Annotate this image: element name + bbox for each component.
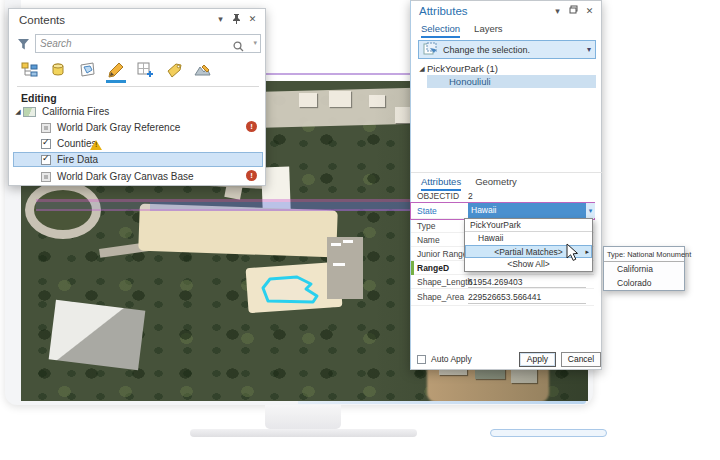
contents-toolbar: [19, 59, 213, 81]
close-icon[interactable]: ✕: [246, 13, 259, 27]
error-badge-icon[interactable]: !: [246, 170, 257, 181]
tab-layers[interactable]: Layers: [474, 23, 503, 38]
apply-button[interactable]: Apply: [519, 352, 556, 367]
field-label: State: [417, 206, 437, 216]
field-row-shape-length[interactable]: Shape_Length 61954.269403: [411, 275, 594, 289]
field-label: Junior Ranger: [417, 249, 470, 259]
tree-expand-icon[interactable]: ◢: [13, 108, 23, 116]
submenu-item-colorado[interactable]: Colorado: [604, 276, 684, 290]
monitor-stand-base: [190, 429, 417, 437]
attributes-panel-title: Attributes: [419, 5, 468, 17]
list-by-drawing-order-icon[interactable]: [19, 59, 39, 81]
selection-tool-icon: [423, 42, 438, 58]
error-badge-icon[interactable]: !: [246, 121, 257, 132]
restore-icon[interactable]: [567, 5, 580, 17]
layer-checkbox[interactable]: ✓: [41, 139, 51, 149]
partial-matches-submenu: Type: National Monument California Color…: [603, 246, 685, 291]
filter-icon[interactable]: [18, 36, 30, 54]
field-label: OBJECTID: [417, 191, 459, 201]
change-selection-label: Change the selection.: [443, 45, 530, 55]
list-by-snapping-icon[interactable]: [135, 59, 155, 81]
auto-apply-label: Auto Apply: [431, 354, 472, 364]
field-row-state[interactable]: State Hawaii ▾: [411, 203, 594, 219]
field-label: RangeD: [417, 263, 449, 273]
field-row-shape-area[interactable]: Shape_Area 229526653.566441: [411, 290, 594, 306]
state-value-editbox[interactable]: Hawaii: [468, 203, 586, 218]
submenu-item-california[interactable]: California: [604, 262, 684, 276]
chevron-down-icon: ▾: [587, 45, 591, 54]
contents-section-header: Editing: [21, 92, 57, 104]
panel-menu-caret-icon[interactable]: ▾: [551, 5, 564, 17]
layer-row-world-dark-gray-canvas-base[interactable]: World Dark Gray Canvas Base !: [13, 169, 263, 184]
field-value: 2: [468, 191, 473, 201]
layer-label: Fire Data: [57, 154, 98, 165]
list-by-charts-icon[interactable]: [193, 59, 213, 81]
monitor-bezel-accent: [298, 401, 586, 404]
tab-selection[interactable]: Selection: [421, 23, 460, 38]
monitor-stand-neck: [265, 405, 341, 429]
layer-row-counties[interactable]: ✓ Counties: [13, 136, 263, 151]
dropdown-item-partial-matches[interactable]: <Partial Matches> ▸: [465, 245, 592, 258]
map-circular-drive: [25, 181, 101, 239]
app-root: Contents ▾ ✕ ▾: [0, 0, 720, 460]
field-label: Shape_Length: [417, 277, 472, 287]
list-by-labeling-icon[interactable]: [164, 59, 184, 81]
auto-apply-checkbox[interactable]: [417, 355, 426, 364]
dropdown-item-hawaii[interactable]: Hawaii: [465, 232, 592, 245]
layer-row-california-fires[interactable]: ◢ California Fires: [13, 104, 263, 119]
selection-tree-feature[interactable]: Honouliuli: [427, 75, 596, 88]
layer-label: California Fires: [42, 106, 109, 117]
field-row-objectid: OBJECTID 2: [411, 189, 594, 203]
close-icon[interactable]: ✕: [583, 5, 596, 17]
submenu-header: Type: National Monument: [604, 247, 684, 262]
map-thumbnail-icon: [23, 107, 36, 117]
contents-panel-title: Contents: [19, 14, 65, 26]
selection-tree-root[interactable]: ◢ PickYourPark (1): [417, 63, 498, 74]
tree-root-label: PickYourPark (1): [427, 63, 498, 74]
state-value-dropdown-list: PickYourPark Hawaii <Partial Matches> ▸ …: [464, 218, 593, 272]
dropdown-group-header: PickYourPark: [465, 219, 592, 232]
map-field: [138, 204, 338, 258]
field-label: Type: [417, 221, 435, 231]
change-selection-dropdown[interactable]: Change the selection. ▾: [418, 40, 596, 59]
search-options-caret-icon[interactable]: ▾: [253, 39, 257, 47]
tree-expand-icon[interactable]: ◢: [417, 65, 427, 73]
search-icon[interactable]: [233, 38, 244, 56]
field-value: 229526653.566441: [468, 292, 541, 302]
toolbar-divider: [17, 86, 259, 87]
dropdown-item-show-all[interactable]: <Show All>: [465, 258, 592, 271]
layer-row-fire-data[interactable]: ✓ Fire Data: [13, 152, 263, 167]
map-warehouse-roof: [49, 300, 146, 371]
layer-checkbox[interactable]: [41, 172, 51, 182]
list-by-selection-icon[interactable]: [77, 59, 97, 81]
layer-checkbox[interactable]: ✓: [41, 155, 51, 165]
cancel-button[interactable]: Cancel: [561, 352, 601, 367]
layer-checkbox[interactable]: [41, 123, 51, 133]
field-label: Name: [417, 235, 440, 245]
panel-menu-caret-icon[interactable]: ▾: [214, 13, 227, 27]
search-input[interactable]: [40, 36, 220, 51]
map-building: [299, 93, 317, 107]
search-box: ▾: [35, 34, 261, 53]
list-by-editing-icon[interactable]: [106, 59, 126, 81]
contents-panel: Contents ▾ ✕ ▾: [8, 8, 266, 186]
submenu-arrow-icon: ▸: [585, 246, 589, 259]
field-label: Shape_Area: [417, 292, 464, 302]
attributes-panel: Attributes ▾ ✕ Selection Layers Change t…: [410, 0, 602, 370]
state-dropdown-caret-icon[interactable]: ▾: [586, 203, 595, 218]
warning-badge-icon[interactable]: [90, 140, 102, 150]
layer-row-world-dark-gray-reference[interactable]: World Dark Gray Reference !: [13, 120, 263, 135]
field-value: 61954.269403: [468, 277, 522, 287]
selected-feature-polygon[interactable]: [259, 275, 323, 305]
monitor-stand-base-accent: [490, 429, 607, 437]
list-by-data-source-icon[interactable]: [48, 59, 68, 81]
map-building-cluster: [327, 237, 363, 299]
modified-field-indicator: [411, 261, 414, 275]
pin-icon[interactable]: [230, 13, 243, 27]
map-building: [329, 91, 351, 107]
layer-label: World Dark Gray Canvas Base: [57, 171, 194, 182]
layer-label: World Dark Gray Reference: [57, 122, 180, 133]
